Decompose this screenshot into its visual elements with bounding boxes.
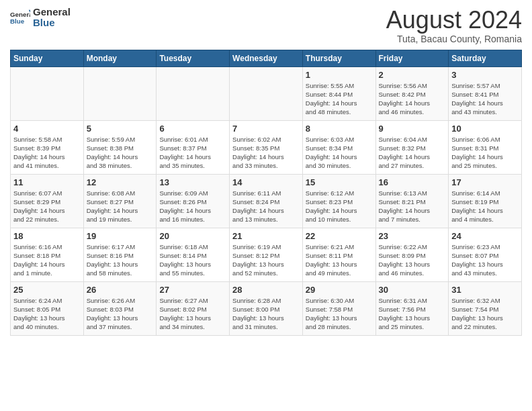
day-number: 29 (306, 285, 373, 295)
day-info: Sunrise: 6:13 AM Sunset: 8:21 PM Dayligh… (379, 189, 446, 224)
calendar-header: SundayMondayTuesdayWednesdayThursdayFrid… (11, 50, 522, 66)
logo-icon: General Blue (10, 7, 30, 28)
calendar-cell: 21Sunrise: 6:19 AM Sunset: 8:12 PM Dayli… (230, 228, 303, 281)
day-info: Sunrise: 6:01 AM Sunset: 8:37 PM Dayligh… (159, 135, 226, 171)
day-number: 3 (451, 70, 519, 80)
calendar-cell: 23Sunrise: 6:22 AM Sunset: 8:09 PM Dayli… (375, 228, 449, 281)
calendar-cell: 31Sunrise: 6:32 AM Sunset: 7:54 PM Dayli… (449, 281, 522, 335)
day-number: 4 (13, 124, 81, 134)
day-number: 14 (232, 177, 300, 187)
day-number: 28 (232, 285, 300, 295)
day-info: Sunrise: 6:23 AM Sunset: 8:07 PM Dayligh… (451, 242, 519, 278)
day-info: Sunrise: 6:21 AM Sunset: 8:11 PM Dayligh… (306, 242, 373, 278)
calendar-cell: 26Sunrise: 6:26 AM Sunset: 8:03 PM Dayli… (83, 281, 157, 335)
day-info: Sunrise: 6:27 AM Sunset: 8:02 PM Dayligh… (159, 296, 226, 332)
day-info: Sunrise: 6:28 AM Sunset: 8:00 PM Dayligh… (232, 296, 300, 332)
day-number: 19 (87, 231, 154, 241)
calendar-cell: 1Sunrise: 5:55 AM Sunset: 8:44 PM Daylig… (302, 66, 375, 120)
calendar-body: 1Sunrise: 5:55 AM Sunset: 8:44 PM Daylig… (11, 66, 522, 335)
day-info: Sunrise: 6:24 AM Sunset: 8:05 PM Dayligh… (13, 296, 81, 332)
header-monday: Monday (83, 50, 157, 66)
location-subtitle: Tuta, Bacau County, Romania (386, 34, 522, 44)
day-number: 26 (87, 285, 154, 295)
day-info: Sunrise: 6:14 AM Sunset: 8:19 PM Dayligh… (451, 189, 519, 224)
day-number: 21 (232, 231, 300, 241)
month-year-title: August 2024 (386, 7, 522, 34)
week-row-2: 4Sunrise: 5:58 AM Sunset: 8:39 PM Daylig… (11, 120, 522, 174)
calendar-cell: 6Sunrise: 6:01 AM Sunset: 8:37 PM Daylig… (157, 120, 230, 174)
calendar-cell: 12Sunrise: 6:08 AM Sunset: 8:27 PM Dayli… (83, 174, 157, 228)
day-info: Sunrise: 6:18 AM Sunset: 8:14 PM Dayligh… (159, 242, 226, 278)
calendar-cell: 29Sunrise: 6:30 AM Sunset: 7:58 PM Dayli… (302, 281, 375, 335)
day-info: Sunrise: 6:03 AM Sunset: 8:34 PM Dayligh… (306, 135, 373, 171)
day-info: Sunrise: 6:16 AM Sunset: 8:18 PM Dayligh… (13, 242, 81, 278)
day-info: Sunrise: 5:55 AM Sunset: 8:44 PM Dayligh… (306, 81, 373, 117)
calendar-cell (83, 66, 157, 120)
calendar-cell: 17Sunrise: 6:14 AM Sunset: 8:19 PM Dayli… (449, 174, 522, 228)
calendar-cell: 22Sunrise: 6:21 AM Sunset: 8:11 PM Dayli… (302, 228, 375, 281)
day-number: 15 (306, 177, 373, 187)
day-info: Sunrise: 6:31 AM Sunset: 7:56 PM Dayligh… (379, 296, 446, 332)
day-info: Sunrise: 6:08 AM Sunset: 8:27 PM Dayligh… (87, 189, 154, 224)
day-number: 10 (451, 124, 519, 134)
day-info: Sunrise: 5:58 AM Sunset: 8:39 PM Dayligh… (13, 135, 81, 171)
day-info: Sunrise: 6:07 AM Sunset: 8:29 PM Dayligh… (13, 189, 81, 224)
calendar-cell: 10Sunrise: 6:06 AM Sunset: 8:31 PM Dayli… (449, 120, 522, 174)
day-info: Sunrise: 6:11 AM Sunset: 8:24 PM Dayligh… (232, 189, 300, 224)
day-headers-row: SundayMondayTuesdayWednesdayThursdayFrid… (11, 50, 522, 66)
day-info: Sunrise: 6:12 AM Sunset: 8:23 PM Dayligh… (306, 189, 373, 224)
calendar-cell: 14Sunrise: 6:11 AM Sunset: 8:24 PM Dayli… (230, 174, 303, 228)
day-number: 9 (379, 124, 446, 134)
header-thursday: Thursday (302, 50, 375, 66)
week-row-4: 18Sunrise: 6:16 AM Sunset: 8:18 PM Dayli… (11, 228, 522, 281)
day-number: 2 (379, 70, 446, 80)
day-number: 11 (13, 177, 81, 187)
calendar-cell: 11Sunrise: 6:07 AM Sunset: 8:29 PM Dayli… (11, 174, 84, 228)
day-info: Sunrise: 6:19 AM Sunset: 8:12 PM Dayligh… (232, 242, 300, 278)
week-row-3: 11Sunrise: 6:07 AM Sunset: 8:29 PM Dayli… (11, 174, 522, 228)
calendar-cell: 20Sunrise: 6:18 AM Sunset: 8:14 PM Dayli… (157, 228, 230, 281)
day-number: 5 (87, 124, 154, 134)
calendar-cell: 19Sunrise: 6:17 AM Sunset: 8:16 PM Dayli… (83, 228, 157, 281)
day-number: 22 (306, 231, 373, 241)
logo-general-text: General (33, 6, 71, 17)
day-info: Sunrise: 6:22 AM Sunset: 8:09 PM Dayligh… (379, 242, 446, 278)
day-info: Sunrise: 5:59 AM Sunset: 8:38 PM Dayligh… (87, 135, 154, 171)
calendar-cell: 4Sunrise: 5:58 AM Sunset: 8:39 PM Daylig… (11, 120, 84, 174)
day-info: Sunrise: 6:06 AM Sunset: 8:31 PM Dayligh… (451, 135, 519, 171)
calendar-cell: 28Sunrise: 6:28 AM Sunset: 8:00 PM Dayli… (230, 281, 303, 335)
calendar-cell (11, 66, 84, 120)
calendar-cell: 8Sunrise: 6:03 AM Sunset: 8:34 PM Daylig… (302, 120, 375, 174)
calendar-cell (157, 66, 230, 120)
calendar-table: SundayMondayTuesdayWednesdayThursdayFrid… (10, 50, 522, 336)
calendar-cell: 5Sunrise: 5:59 AM Sunset: 8:38 PM Daylig… (83, 120, 157, 174)
day-info: Sunrise: 6:09 AM Sunset: 8:26 PM Dayligh… (159, 189, 226, 224)
day-number: 17 (451, 177, 519, 187)
day-number: 23 (379, 231, 446, 241)
header: General Blue General Blue August 2024 Tu… (10, 7, 522, 44)
calendar-cell: 7Sunrise: 6:02 AM Sunset: 8:35 PM Daylig… (230, 120, 303, 174)
day-number: 24 (451, 231, 519, 241)
day-info: Sunrise: 6:26 AM Sunset: 8:03 PM Dayligh… (87, 296, 154, 332)
day-info: Sunrise: 5:57 AM Sunset: 8:41 PM Dayligh… (451, 81, 519, 117)
logo: General Blue General Blue (10, 7, 71, 28)
calendar-cell: 18Sunrise: 6:16 AM Sunset: 8:18 PM Dayli… (11, 228, 84, 281)
calendar-cell: 24Sunrise: 6:23 AM Sunset: 8:07 PM Dayli… (449, 228, 522, 281)
header-friday: Friday (375, 50, 449, 66)
day-info: Sunrise: 6:30 AM Sunset: 7:58 PM Dayligh… (306, 296, 373, 332)
calendar-cell: 27Sunrise: 6:27 AM Sunset: 8:02 PM Dayli… (157, 281, 230, 335)
svg-text:Blue: Blue (10, 17, 25, 25)
day-info: Sunrise: 6:17 AM Sunset: 8:16 PM Dayligh… (87, 242, 154, 278)
day-number: 20 (159, 231, 226, 241)
calendar-cell: 25Sunrise: 6:24 AM Sunset: 8:05 PM Dayli… (11, 281, 84, 335)
header-wednesday: Wednesday (230, 50, 303, 66)
calendar-cell (230, 66, 303, 120)
day-info: Sunrise: 6:02 AM Sunset: 8:35 PM Dayligh… (232, 135, 300, 171)
calendar-cell: 30Sunrise: 6:31 AM Sunset: 7:56 PM Dayli… (375, 281, 449, 335)
day-info: Sunrise: 6:04 AM Sunset: 8:32 PM Dayligh… (379, 135, 446, 171)
logo-blue-text: Blue (33, 17, 55, 28)
header-sunday: Sunday (11, 50, 84, 66)
week-row-5: 25Sunrise: 6:24 AM Sunset: 8:05 PM Dayli… (11, 281, 522, 335)
day-number: 27 (159, 285, 226, 295)
day-number: 31 (451, 285, 519, 295)
